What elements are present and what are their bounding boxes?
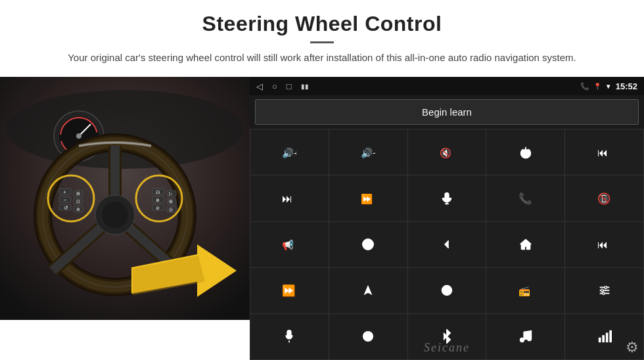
location-icon: 📍	[593, 83, 601, 90]
svg-text:☊: ☊	[156, 190, 160, 194]
header-section: Steering Wheel Control Your original car…	[0, 0, 644, 70]
begin-learn-row: Begin learn	[250, 95, 644, 129]
svg-text:🔇: 🔇	[440, 146, 452, 158]
radio-button[interactable]: 📻	[486, 268, 564, 313]
svg-text:⏩: ⏩	[361, 192, 373, 204]
svg-text:⊚: ⊚	[76, 207, 80, 212]
svg-text:360°: 360°	[365, 244, 372, 248]
hang-up-button[interactable]: 📵	[565, 175, 643, 221]
svg-rect-83	[609, 330, 612, 342]
svg-text:⏩: ⏩	[282, 284, 296, 298]
controls-grid: 🔊+ 🔊− 🔇 ⏮	[250, 129, 644, 360]
svg-text:📢: 📢	[282, 239, 294, 251]
source-button[interactable]	[408, 268, 486, 313]
mic-button[interactable]	[408, 175, 486, 221]
back-button[interactable]	[408, 222, 486, 267]
android-panel: ◁ ○ □ ▮▮ 📞 📍 ▼ 15:52 Begin learn	[250, 77, 644, 360]
next-button[interactable]: ⏭	[250, 175, 329, 221]
svg-point-78	[520, 338, 524, 342]
clock: 15:52	[616, 81, 637, 91]
nav-home-icon[interactable]: ○	[272, 81, 277, 91]
svg-point-1	[7, 90, 243, 169]
title-divider	[310, 41, 334, 43]
svg-rect-82	[605, 333, 608, 343]
vol-down-button[interactable]: 🔊−	[329, 129, 407, 175]
svg-text:🔊−: 🔊−	[361, 146, 375, 158]
svg-text:📻: 📻	[518, 285, 531, 297]
svg-text:⏭: ⏭	[282, 192, 293, 204]
svg-text:⏮: ⏮	[597, 238, 609, 250]
eq-button[interactable]	[565, 268, 643, 313]
signal-bars: ▮▮	[301, 83, 309, 90]
svg-text:⊕: ⊕	[156, 198, 160, 202]
svg-point-76	[366, 334, 371, 339]
status-bar: ◁ ○ □ ▮▮ 📞 📍 ▼ 15:52	[250, 77, 644, 95]
svg-text:📵: 📵	[597, 191, 611, 205]
skip-fwd-button[interactable]: ⏩	[329, 175, 407, 221]
svg-text:−: −	[64, 197, 67, 203]
fast-fwd-button[interactable]: ⏩	[250, 268, 329, 313]
svg-text:+: +	[63, 189, 66, 195]
svg-marker-64	[364, 285, 373, 296]
phone-status-icon: 📞	[580, 82, 589, 91]
music-button[interactable]	[486, 314, 564, 359]
svg-text:⊞: ⊞	[169, 199, 173, 204]
vol-up-button[interactable]: 🔊+	[250, 129, 329, 175]
svg-text:⏮: ⏮	[597, 146, 609, 158]
skip-prev-button[interactable]: ⏮	[565, 222, 643, 267]
svg-point-6	[76, 133, 81, 139]
gear-icon[interactable]: ⚙	[626, 339, 639, 356]
bluetooth-button[interactable]	[408, 314, 486, 359]
svg-text:◎: ◎	[169, 207, 173, 212]
power-button[interactable]	[486, 129, 564, 175]
svg-rect-80	[598, 338, 601, 342]
begin-learn-button[interactable]: Begin learn	[255, 99, 639, 125]
svg-text:↺: ↺	[64, 205, 68, 211]
home-button[interactable]	[486, 222, 564, 267]
mic2-button[interactable]	[250, 314, 329, 359]
page-title: Steering Wheel Control	[39, 12, 605, 36]
knob-button[interactable]	[329, 314, 407, 359]
status-left: ◁ ○ □ ▮▮	[256, 81, 309, 91]
svg-text:📞: 📞	[518, 191, 532, 205]
nav-back-icon[interactable]: ◁	[256, 81, 263, 91]
subtitle: Your original car's steering wheel contr…	[39, 50, 605, 65]
svg-point-72	[605, 286, 607, 289]
content-row: + − ↺ ⊞ ⊡ ⊚ ☊ ⊕ ⊘	[0, 77, 644, 360]
page-container: Steering Wheel Control Your original car…	[0, 0, 644, 360]
wifi-icon: ▼	[605, 83, 612, 90]
svg-point-71	[601, 289, 603, 292]
svg-text:🔊+: 🔊+	[282, 146, 296, 158]
svg-point-18	[102, 202, 128, 228]
svg-point-73	[602, 292, 605, 295]
svg-rect-81	[602, 336, 605, 343]
car-image-area: + − ↺ ⊞ ⊡ ⊚ ☊ ⊕ ⊘	[0, 77, 250, 320]
horn-button[interactable]: 📢	[250, 222, 329, 267]
prev-track-button[interactable]: ⏮	[565, 129, 643, 175]
status-right: 📞 📍 ▼ 15:52	[580, 81, 637, 91]
nav-button[interactable]	[329, 268, 407, 313]
svg-point-79	[528, 337, 532, 341]
phone-button[interactable]: 📞	[486, 175, 564, 221]
svg-text:⊘: ⊘	[156, 206, 160, 210]
svg-point-66	[446, 289, 448, 292]
svg-text:⊞: ⊞	[76, 191, 80, 196]
mute-button[interactable]: 🔇	[408, 129, 486, 175]
360-button[interactable]: 360°	[329, 222, 407, 267]
nav-recents-icon[interactable]: □	[287, 81, 292, 91]
svg-text:⊡: ⊡	[76, 199, 80, 204]
